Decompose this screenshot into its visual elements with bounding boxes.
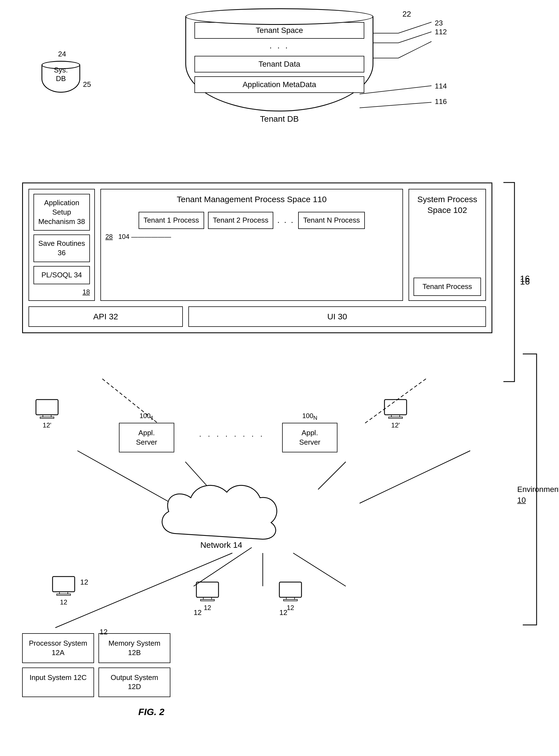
input-system-box: Input System 12C bbox=[22, 667, 94, 697]
ref-25: 25 bbox=[83, 80, 91, 89]
tenant1-process-box: Tenant 1 Process bbox=[139, 212, 204, 229]
ui-box: UI 30 bbox=[188, 306, 486, 327]
bottom-client-left-label: 12 bbox=[50, 598, 77, 606]
fig-label: FIG. 2 bbox=[138, 707, 164, 717]
svg-line-12 bbox=[194, 548, 252, 586]
diagram: Tenant Space · · · Tenant Data Applicati… bbox=[0, 0, 559, 756]
svg-rect-20 bbox=[40, 417, 54, 418]
left-column: Application Setup Mechanism 38 Save Rout… bbox=[28, 189, 95, 301]
server-separator-dots: · · · · · · · · bbox=[199, 431, 265, 440]
ref-24: 24 bbox=[58, 50, 66, 58]
tenant-data-box: Tenant Data bbox=[195, 56, 364, 72]
right-column: System Process Space 102 Tenant Process bbox=[408, 189, 486, 301]
server1-area: 1001 Appl.Server bbox=[119, 412, 174, 452]
svg-rect-27 bbox=[196, 582, 219, 597]
serverN-box: Appl.Server bbox=[282, 423, 337, 453]
tenant-db-section: Tenant Space · · · Tenant Data Applicati… bbox=[172, 8, 387, 123]
serverN-area: 100N Appl.Server bbox=[282, 412, 337, 452]
sys-db-section: 24 Sys.DB 25 bbox=[42, 61, 80, 93]
cylinder-body: Tenant Space · · · Tenant Data Applicati… bbox=[185, 17, 374, 111]
svg-rect-32 bbox=[284, 599, 297, 601]
client-right-label: 12' bbox=[382, 421, 409, 429]
processor-system-box: Processor System 12A bbox=[22, 633, 94, 663]
client-left-label: 12' bbox=[33, 421, 61, 429]
client-right: 12' bbox=[382, 398, 409, 429]
svg-line-5 bbox=[398, 42, 431, 58]
ref-104: 104 —————— bbox=[118, 233, 171, 240]
tenant-db-label: Tenant DB bbox=[185, 114, 374, 123]
environment-label: Environment10 bbox=[517, 484, 559, 505]
server1-ref: 1001 bbox=[119, 412, 174, 421]
ref-12-systems: 12 bbox=[99, 628, 108, 636]
ref-28: 28 bbox=[105, 233, 113, 240]
bottom-client-right: 12 bbox=[276, 581, 304, 612]
client-left: 12' bbox=[33, 398, 61, 429]
ref-18: 18 bbox=[33, 288, 90, 296]
svg-rect-21 bbox=[384, 399, 407, 415]
tenant-processes: Tenant 1 Process Tenant 2 Process · · · … bbox=[105, 212, 398, 229]
svg-rect-30 bbox=[280, 582, 301, 597]
ref-114: 114 bbox=[435, 82, 447, 90]
svg-rect-26 bbox=[57, 594, 70, 595]
server1-box: Appl.Server bbox=[119, 423, 174, 453]
ref-12-br: 12 bbox=[280, 608, 287, 617]
tenant-dots: · · · bbox=[277, 212, 294, 229]
ref-12-bc: 12 bbox=[194, 608, 202, 617]
tenant2-process-box: Tenant 2 Process bbox=[208, 212, 273, 229]
network-cloud-svg bbox=[155, 478, 288, 550]
ref-22: 22 bbox=[402, 10, 411, 19]
cylinder-top bbox=[185, 8, 374, 25]
svg-line-3 bbox=[398, 32, 431, 43]
monitor-icon-bottom-right bbox=[276, 581, 304, 603]
monitor-icon-left bbox=[33, 398, 61, 420]
systems-grid: Processor System 12A Memory System 12B I… bbox=[22, 633, 171, 697]
api-box: API 32 bbox=[28, 306, 183, 327]
sysdb-text: Sys.DB bbox=[42, 66, 80, 83]
brace-ref-16: 16 bbox=[520, 274, 530, 284]
main-box-inner: Application Setup Mechanism 38 Save Rout… bbox=[28, 189, 486, 327]
db-dots: · · · bbox=[195, 43, 364, 52]
svg-rect-29 bbox=[201, 599, 214, 601]
ref-116: 116 bbox=[435, 97, 447, 106]
system-process-title: System Process Space 102 bbox=[413, 194, 481, 215]
tenant-management-title: Tenant Management Process Space 110 bbox=[105, 194, 398, 205]
memory-system-box: Memory System 12B bbox=[98, 633, 171, 663]
svg-line-1 bbox=[398, 22, 431, 33]
network-area: Network 14 bbox=[155, 478, 288, 550]
output-system-box: Output System 12D bbox=[98, 667, 171, 697]
pl-soql-box: PL/SOQL 34 bbox=[33, 266, 90, 284]
tenant-db-cylinder: Tenant Space · · · Tenant Data Applicati… bbox=[185, 8, 374, 123]
tenantN-process-box: Tenant N Process bbox=[298, 212, 365, 229]
bottom-systems-section: Processor System 12A Memory System 12B I… bbox=[22, 633, 171, 697]
middle-column: Tenant Management Process Space 110 Tena… bbox=[100, 189, 403, 301]
svg-line-14 bbox=[360, 451, 470, 503]
bottom-client-left: 12 bbox=[50, 575, 77, 606]
monitor-icon-right bbox=[382, 398, 409, 420]
ref-112: 112 bbox=[435, 28, 447, 36]
svg-rect-18 bbox=[36, 399, 58, 415]
right-tenant-process-box: Tenant Process bbox=[413, 278, 481, 296]
app-setup-mechanism-box: Application Setup Mechanism 38 bbox=[33, 194, 90, 231]
svg-rect-24 bbox=[52, 576, 75, 592]
main-box-top: Application Setup Mechanism 38 Save Rout… bbox=[28, 189, 486, 301]
save-routines-box: Save Routines 36 bbox=[33, 234, 90, 262]
serverN-ref: 100N bbox=[282, 412, 337, 421]
monitor-icon-bottom-left bbox=[50, 575, 77, 597]
monitor-icon-bottom-center bbox=[194, 581, 221, 603]
svg-rect-23 bbox=[388, 417, 402, 418]
main-application-box: Application Setup Mechanism 38 Save Rout… bbox=[22, 183, 492, 333]
ref-23: 23 bbox=[435, 19, 443, 27]
network-label: Network 14 bbox=[155, 540, 288, 550]
bottom-client-center: 12 bbox=[194, 581, 221, 612]
api-ui-row: API 32 UI 30 bbox=[28, 306, 486, 327]
app-metadata-box: Application MetaData bbox=[195, 76, 364, 93]
sys-db-cylinder: Sys.DB bbox=[42, 61, 80, 93]
svg-line-11 bbox=[318, 462, 346, 489]
ref-12-bl: 12 bbox=[80, 578, 88, 587]
